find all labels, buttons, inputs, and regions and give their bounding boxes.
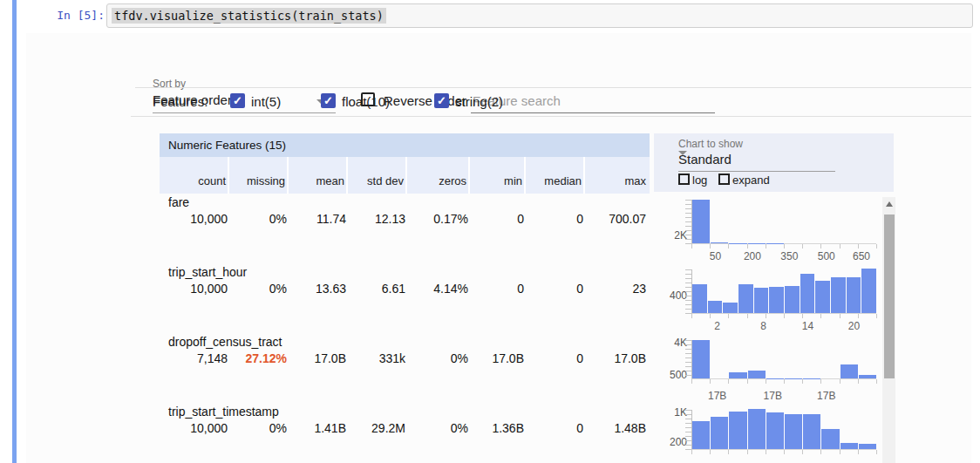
stat-value: 13.63 bbox=[289, 282, 348, 296]
histogram-bar[interactable] bbox=[859, 375, 876, 379]
histogram-bar[interactable] bbox=[815, 281, 830, 313]
x-axis-minor-ticks bbox=[691, 244, 877, 249]
histogram-bar[interactable] bbox=[738, 284, 753, 313]
x-axis-minor-ticks bbox=[691, 379, 877, 384]
arrow-up-icon bbox=[886, 201, 893, 207]
histogram-bar[interactable] bbox=[840, 364, 858, 378]
x-axis-tick-label: 2 bbox=[698, 320, 737, 332]
histogram-bar[interactable] bbox=[821, 429, 839, 449]
stat-value: 6.61 bbox=[348, 282, 407, 296]
stat-value: 0 bbox=[526, 212, 585, 226]
log-label: log bbox=[692, 174, 707, 187]
histogram-bar[interactable] bbox=[859, 444, 876, 449]
code-input-area[interactable]: tfdv.visualize_statistics(train_stats) bbox=[106, 3, 973, 28]
numeric-features-title: Numeric Features (15) bbox=[160, 133, 650, 157]
histogram-bar[interactable] bbox=[800, 274, 815, 313]
histogram-bar[interactable] bbox=[840, 443, 858, 449]
feature-filter-checkbox[interactable]: ✓ bbox=[230, 93, 245, 108]
feature-filter-checkbox[interactable]: ✓ bbox=[321, 93, 336, 108]
histogram-bar[interactable] bbox=[748, 409, 766, 449]
chart-controls-panel: Chart to show Standard log expand bbox=[654, 133, 894, 192]
expand-checkbox[interactable] bbox=[718, 174, 730, 185]
x-axis-tick-label: 50 bbox=[697, 250, 735, 262]
feature-name: trip_start_timestamp bbox=[168, 405, 279, 419]
histogram-bar[interactable] bbox=[769, 287, 784, 313]
histogram-bar[interactable] bbox=[847, 277, 861, 313]
table-body: fare10,0000%11.7412.130.17%00700.07trip_… bbox=[160, 194, 650, 463]
stat-value: 29.2M bbox=[348, 421, 407, 435]
expand-label: expand bbox=[732, 174, 770, 187]
column-header[interactable]: max bbox=[585, 157, 648, 194]
features-label: Features: bbox=[153, 94, 208, 109]
input-prompt: In [5]: bbox=[24, 9, 105, 22]
stat-value: 1.48B bbox=[585, 421, 648, 435]
table-row: dropoff_census_tract7,14827.12%17.0B331k… bbox=[160, 333, 650, 403]
stat-value: 27.12% bbox=[229, 351, 289, 365]
column-header[interactable]: zeros bbox=[407, 157, 470, 194]
column-header[interactable]: std dev bbox=[348, 157, 407, 194]
feature-stats-row: 7,14827.12%17.0B331k0%17.0B017.0B bbox=[160, 351, 650, 365]
stat-value: 0% bbox=[229, 282, 289, 296]
stat-value: 0% bbox=[229, 212, 289, 226]
stat-value: 0% bbox=[407, 421, 470, 435]
histogram-bar[interactable] bbox=[723, 303, 738, 313]
log-checkbox[interactable] bbox=[678, 174, 690, 185]
y-axis-minor-ticks bbox=[685, 200, 691, 244]
column-header[interactable]: median bbox=[526, 157, 585, 194]
histogram-bar[interactable] bbox=[831, 277, 846, 313]
histogram-bar[interactable] bbox=[748, 371, 766, 378]
chevron-down-icon bbox=[678, 151, 687, 155]
histogram-bar[interactable] bbox=[754, 288, 769, 313]
stat-value: 0 bbox=[526, 421, 585, 435]
scrollbar-thumb[interactable] bbox=[884, 214, 895, 378]
histogram-plot[interactable] bbox=[691, 410, 876, 450]
x-axis-tick-label: 17B bbox=[753, 390, 792, 402]
histogram-bar[interactable] bbox=[692, 340, 710, 378]
stat-value: 11.74 bbox=[289, 212, 348, 226]
column-header[interactable]: missing bbox=[229, 157, 289, 194]
y-axis-tick-label: 2K bbox=[652, 229, 687, 242]
stat-value: 0% bbox=[229, 421, 289, 435]
histogram-plot[interactable] bbox=[691, 340, 876, 379]
table-row: trip_start_hour10,0000%13.636.614.14%002… bbox=[160, 263, 650, 333]
histogram-bar[interactable] bbox=[803, 414, 820, 449]
feature-filter-checkbox[interactable]: ✓ bbox=[434, 93, 449, 108]
histogram-bar[interactable] bbox=[692, 421, 710, 449]
histogram-bar[interactable] bbox=[711, 417, 728, 449]
chart-to-show-select[interactable]: Standard bbox=[678, 151, 835, 172]
stat-value: 12.13 bbox=[348, 212, 407, 226]
code-text[interactable]: tfdv.visualize_statistics(train_stats) bbox=[112, 8, 386, 24]
histogram-bar[interactable] bbox=[729, 372, 746, 378]
x-axis-tick-label: 14 bbox=[789, 320, 827, 332]
histogram-dropoff_census_tract: 4K50017B17B17B bbox=[652, 340, 882, 400]
scroll-up-button[interactable] bbox=[882, 197, 895, 211]
x-axis-minor-ticks bbox=[691, 450, 877, 454]
histogram-bar[interactable] bbox=[729, 412, 746, 449]
feature-search-input[interactable]: Feature search bbox=[471, 91, 715, 113]
stat-value: 10,000 bbox=[160, 421, 229, 435]
y-axis-tick-label: 200 bbox=[652, 436, 687, 448]
table-row: trip_start_timestamp10,0000%1.41B29.2M0%… bbox=[160, 403, 650, 463]
stat-value: 1.41B bbox=[289, 421, 348, 435]
y-axis-minor-ticks bbox=[685, 410, 691, 450]
column-header[interactable]: mean bbox=[289, 157, 348, 194]
x-axis-minor-ticks bbox=[691, 314, 877, 318]
tfdv-output-widget: Sort by Feature order Reverse order Feat… bbox=[26, 33, 971, 463]
cell-selection-bar[interactable] bbox=[12, 0, 17, 463]
histogram-bar[interactable] bbox=[785, 286, 800, 313]
stat-value: 0 bbox=[526, 351, 585, 365]
histogram-plot[interactable] bbox=[691, 200, 876, 244]
histogram-bar[interactable] bbox=[861, 269, 876, 313]
reverse-order-label: Reverse order bbox=[384, 93, 466, 108]
histogram-bar[interactable] bbox=[711, 242, 728, 243]
histogram-bar[interactable] bbox=[785, 414, 802, 449]
column-header[interactable]: count bbox=[160, 157, 229, 194]
charts-scrollbar[interactable] bbox=[882, 197, 895, 463]
histogram-bar[interactable] bbox=[708, 301, 723, 313]
feature-filter-label: string(2) bbox=[455, 94, 503, 109]
histogram-bar[interactable] bbox=[692, 284, 707, 314]
histogram-plot[interactable] bbox=[691, 269, 876, 314]
column-header[interactable]: min bbox=[470, 157, 526, 194]
histogram-bar[interactable] bbox=[766, 412, 784, 449]
histogram-bar[interactable] bbox=[692, 200, 710, 243]
